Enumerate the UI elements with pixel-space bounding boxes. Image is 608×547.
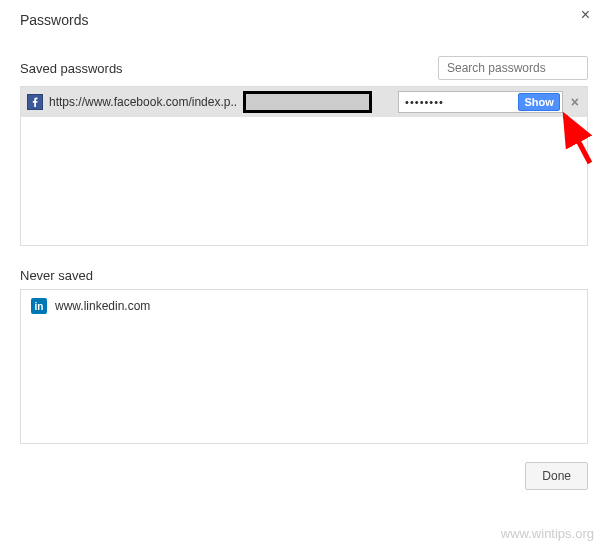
never-label: Never saved xyxy=(20,268,588,283)
show-button[interactable]: Show xyxy=(518,93,559,111)
username-field[interactable] xyxy=(243,91,372,113)
done-button[interactable]: Done xyxy=(525,462,588,490)
dialog-title: Passwords xyxy=(20,12,588,28)
passwords-dialog: × Passwords Saved passwords https://www.… xyxy=(0,0,608,502)
saved-passwords-panel: https://www.facebook.com/index.p.. •••••… xyxy=(20,86,588,246)
site-url: https://www.facebook.com/index.p.. xyxy=(49,95,237,109)
facebook-icon xyxy=(27,94,43,110)
password-mask: •••••••• xyxy=(405,96,512,108)
saved-label: Saved passwords xyxy=(20,61,123,76)
password-cell: •••••••• Show xyxy=(398,91,563,113)
delete-icon[interactable]: × xyxy=(569,94,581,110)
password-row[interactable]: https://www.facebook.com/index.p.. •••••… xyxy=(21,87,587,117)
saved-section-header: Saved passwords xyxy=(20,56,588,80)
footer: Done xyxy=(20,462,588,490)
close-icon[interactable]: × xyxy=(581,6,590,24)
watermark: www.wintips.org xyxy=(501,526,594,541)
never-saved-panel: in www.linkedin.com xyxy=(20,289,588,444)
linkedin-icon: in xyxy=(31,298,47,314)
never-row[interactable]: in www.linkedin.com xyxy=(21,290,587,322)
never-site-url: www.linkedin.com xyxy=(55,299,150,313)
search-input[interactable] xyxy=(438,56,588,80)
